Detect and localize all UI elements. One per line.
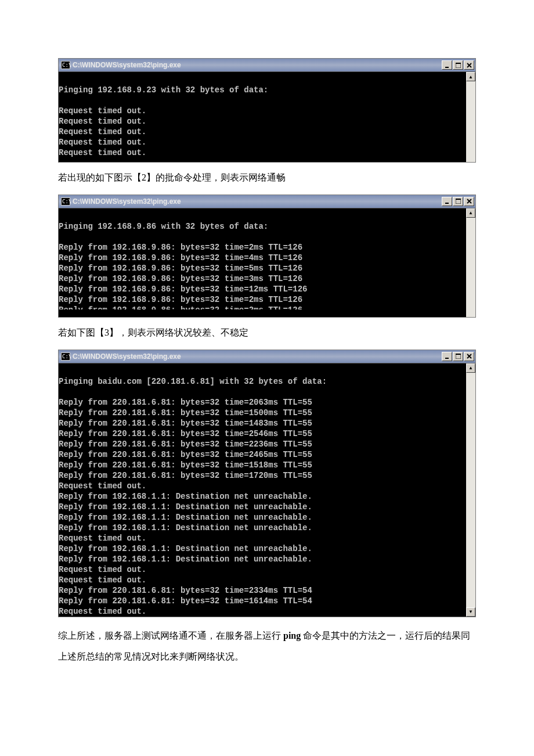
minimize-button[interactable]	[442, 197, 452, 206]
scroll-up-button[interactable]: ▲	[466, 72, 475, 81]
titlebar[interactable]: C:\ C:\WINDOWS\system32\ping.exe	[59, 350, 475, 363]
caption-3: 若如下图【3】，则表示网络状况较差、不稳定	[58, 322, 476, 344]
svg-rect-2	[456, 63, 461, 64]
summary-paragraph: 综上所述，服务器上测试网络通不通，在服务器上运行 ping 命令是其中的方法之一…	[58, 625, 476, 668]
minimize-button[interactable]	[442, 352, 452, 361]
minimize-button[interactable]	[442, 60, 452, 70]
terminal-output: Pinging 192.168.9.23 with 32 bytes of da…	[59, 72, 466, 163]
scroll-track[interactable]	[466, 81, 475, 163]
close-button[interactable]	[464, 197, 474, 206]
caption-2: 若出现的如下图示【2】的批命令处理，则表示网络通畅	[58, 167, 476, 189]
scrollbar[interactable]: ▲	[466, 208, 475, 318]
scroll-track[interactable]	[466, 373, 475, 607]
terminal-output: Pinging baidu.com [220.181.6.81] with 32…	[59, 363, 466, 617]
cmd-icon: C:\	[61, 61, 70, 69]
cmd-window-3: C:\ C:\WINDOWS\system32\ping.exe Pinging…	[58, 350, 476, 617]
close-button[interactable]	[464, 60, 474, 70]
scroll-track[interactable]	[466, 218, 475, 318]
maximize-button[interactable]	[453, 197, 463, 206]
svg-rect-12	[456, 354, 461, 355]
scroll-up-button[interactable]: ▲	[466, 363, 475, 373]
svg-rect-0	[445, 67, 449, 68]
terminal-output: Pinging 192.168.9.86 with 32 bytes of da…	[59, 208, 466, 318]
titlebar[interactable]: C:\ C:\WINDOWS\system32\ping.exe	[59, 59, 475, 72]
ping-keyword: ping	[283, 631, 303, 640]
scrollbar[interactable]: ▲	[466, 72, 475, 163]
summary-text-pre: 综上所述，服务器上测试网络通不通，在服务器上运行	[58, 631, 283, 640]
window-title: C:\WINDOWS\system32\ping.exe	[73, 197, 442, 206]
svg-rect-5	[445, 203, 449, 204]
svg-rect-7	[456, 199, 461, 200]
maximize-button[interactable]	[453, 352, 463, 361]
svg-rect-10	[445, 358, 449, 359]
cmd-window-1: C:\ C:\WINDOWS\system32\ping.exe Pinging…	[58, 58, 476, 163]
window-title: C:\WINDOWS\system32\ping.exe	[73, 352, 442, 361]
titlebar[interactable]: C:\ C:\WINDOWS\system32\ping.exe	[59, 195, 475, 208]
scrollbar[interactable]: ▲ ▼	[466, 363, 475, 617]
maximize-button[interactable]	[453, 60, 463, 70]
window-title: C:\WINDOWS\system32\ping.exe	[73, 61, 442, 69]
cmd-window-2: C:\ C:\WINDOWS\system32\ping.exe Pinging…	[58, 195, 476, 318]
close-button[interactable]	[464, 352, 474, 361]
scroll-up-button[interactable]: ▲	[466, 208, 475, 218]
cmd-icon: C:\	[61, 197, 70, 206]
cmd-icon: C:\	[61, 352, 70, 361]
scroll-down-button[interactable]: ▼	[466, 607, 475, 617]
